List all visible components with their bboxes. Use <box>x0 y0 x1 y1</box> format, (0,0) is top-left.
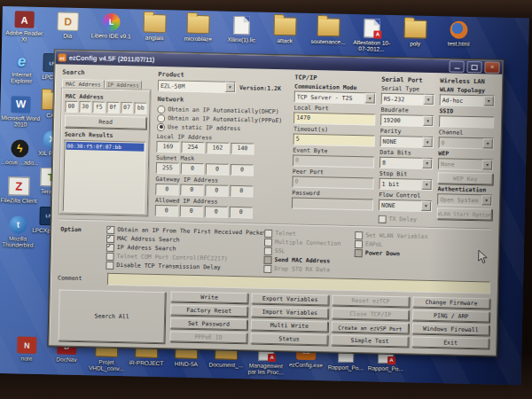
radio-pppoe[interactable] <box>157 113 165 121</box>
password-input <box>292 197 373 210</box>
event-byte-input: 0 <box>293 154 374 168</box>
mac-address-search-checkbox[interactable] <box>106 234 114 242</box>
desktop-icon-dia[interactable]: DDia <box>47 12 89 46</box>
mac-search-panel: MAC Address 00 30 f5 0f 07 bb Read Searc… <box>59 89 151 216</box>
exit-button[interactable]: Exit <box>411 337 489 349</box>
desktop-icon-attack[interactable]: attack <box>264 17 306 51</box>
status-button[interactable]: Status <box>250 332 327 345</box>
create-ezvsp-port-button[interactable]: Create an ezVSP Port <box>332 322 409 334</box>
ping-arp-button[interactable]: PING / ARP <box>412 310 489 323</box>
disable-tcp-delay-checkbox[interactable] <box>106 261 113 269</box>
desktop-icon-libero[interactable]: LLibero IDE v9.1 <box>90 12 132 47</box>
send-mac-address-checkbox[interactable] <box>263 255 271 263</box>
folder-icon <box>143 14 166 34</box>
channel-select: 0▼ <box>438 137 493 149</box>
desktop-icon-adobe-reader[interactable]: AAdobe Reader XI <box>4 11 45 45</box>
read-button[interactable]: Read <box>65 115 146 129</box>
change-firmware-button[interactable]: Change Firmware <box>412 297 489 309</box>
checkbox-label: Send MAC Address <box>274 256 330 264</box>
desktop-icon-label: Xilinx(1).lic <box>227 36 255 43</box>
mac-octet-input[interactable]: 0f <box>106 102 119 113</box>
radio-dhcp[interactable] <box>157 105 165 113</box>
obtain-ip-first-packet-checkbox[interactable] <box>106 225 114 233</box>
data-bits-select[interactable]: 8▼ <box>379 157 433 169</box>
app-icon: N <box>17 336 36 353</box>
gateway-octet-input[interactable]: 0 <box>230 185 253 198</box>
search-result-item[interactable]: 00:30:f5:0f:07:bb <box>66 142 144 152</box>
allowed-octet-input[interactable]: 0 <box>230 207 253 219</box>
subnet-octet-input[interactable]: 0 <box>181 163 204 176</box>
baudrate-select[interactable]: 19200▼ <box>380 114 434 127</box>
flow-control-select[interactable]: NONE▼ <box>379 200 432 212</box>
tcpip-section: TCP/IP Communication Mode TCP Server - T… <box>292 74 376 210</box>
search-results-list[interactable]: 00:30:f5:0f:07:bb <box>63 140 146 214</box>
desktop-icon-microblaze[interactable]: microblaze <box>177 14 219 49</box>
desktop-icon-soutenance[interactable]: soutenance... <box>308 18 349 52</box>
tab-ip-address[interactable]: IP Address <box>105 80 142 90</box>
minimize-button[interactable] <box>449 60 464 72</box>
close-button[interactable]: × <box>484 61 499 73</box>
desktop-icon-xilinx-lic[interactable]: Xilinx(1).lic <box>221 16 262 51</box>
ip-octet-input[interactable]: 254 <box>181 142 204 154</box>
gateway-octet-input[interactable]: 0 <box>180 184 203 197</box>
desktop-icon-poly[interactable]: poly <box>395 20 436 54</box>
serial-type-select[interactable]: RS-232▼ <box>381 93 434 106</box>
mac-octet-input[interactable]: 00 <box>65 101 77 113</box>
chevron-down-icon: ▼ <box>424 95 434 105</box>
set-password-button[interactable]: Set Password <box>170 317 247 330</box>
radio-static-ip[interactable] <box>157 122 165 130</box>
mac-octet-input[interactable]: bb <box>135 102 147 113</box>
desktop-icon-note[interactable]: Nnote <box>7 336 47 371</box>
ssid-input[interactable] <box>439 115 494 128</box>
windows-firewall-button[interactable]: Windows Firewall <box>412 324 489 336</box>
tcpip-heading: TCP/IP <box>294 74 376 82</box>
allowed-octet-input[interactable]: 0 <box>205 206 228 218</box>
local-port-input[interactable]: 1470 <box>293 112 375 125</box>
search-heading: Search <box>62 69 151 78</box>
desktop-icon-anglais[interactable]: anglais <box>134 13 176 48</box>
subnet-octet-input[interactable]: 0 <box>231 164 254 176</box>
mac-octet-input[interactable]: 30 <box>79 101 91 113</box>
allowed-octet-input[interactable]: 0 <box>155 205 178 217</box>
import-variables-button[interactable]: Import Variables <box>251 306 328 318</box>
subnet-octet-input[interactable]: 0 <box>206 163 229 176</box>
ip-octet-input[interactable]: 169 <box>156 141 179 153</box>
desktop-icon-attestation[interactable]: Attestation 10-07-2012... <box>351 19 393 53</box>
checkbox-label: Multiple Connection <box>275 239 341 247</box>
maximize-icon <box>472 65 478 70</box>
mac-octet-input[interactable]: f5 <box>93 101 106 113</box>
search-all-button[interactable]: Search All <box>58 290 165 344</box>
power-down-checkbox[interactable] <box>355 249 363 257</box>
allowed-octet-input[interactable]: 0 <box>180 206 203 218</box>
wlan-topology-select[interactable]: Ad-hoc▼ <box>440 94 495 106</box>
chevron-down-icon: ▼ <box>423 137 433 147</box>
data-bits-value: 8 <box>380 159 422 167</box>
write-button[interactable]: Write <box>170 291 247 303</box>
stop-bit-select[interactable]: 1 bit▼ <box>379 178 432 191</box>
comm-mode-select[interactable]: TCP Server - T2S▼ <box>294 90 376 104</box>
simple-test-button[interactable]: Simple Test <box>331 335 408 348</box>
ip-octet-input[interactable]: 162 <box>206 142 229 154</box>
maximize-button[interactable] <box>466 61 481 73</box>
product-select[interactable]: EZL-50M▼ <box>158 80 236 93</box>
multi-write-button[interactable]: Multi Write <box>251 319 328 332</box>
tab-mac-address[interactable]: MAC Address <box>62 79 105 90</box>
parity-select[interactable]: NONE▼ <box>380 136 434 148</box>
desktop-icon-test-html[interactable]: test.html <box>438 20 480 55</box>
gateway-octet-input[interactable]: 0 <box>155 184 178 196</box>
comment-label: Comment <box>58 274 104 282</box>
ip-address-search-checkbox[interactable] <box>106 243 114 251</box>
folder-icon <box>186 15 209 35</box>
factory-reset-button[interactable]: Factory Reset <box>170 304 247 317</box>
subnet-octet-input[interactable]: 255 <box>156 162 179 175</box>
wlan-topology-value: Ad-hoc <box>441 97 484 105</box>
timeout-input[interactable]: 5 <box>293 133 375 146</box>
mac-octet-input[interactable]: 07 <box>121 102 133 113</box>
gateway-octet-input[interactable]: 0 <box>205 184 228 197</box>
telnet-com-port-checkbox <box>106 252 114 260</box>
tx-delay-checkbox[interactable] <box>379 215 387 223</box>
button-grid: Write Export Variables Reset ezTCP Chang… <box>169 291 489 348</box>
ip-octet-input[interactable]: 140 <box>231 143 254 155</box>
ssl-checkbox <box>264 246 272 254</box>
export-variables-button[interactable]: Export Variables <box>251 293 328 305</box>
